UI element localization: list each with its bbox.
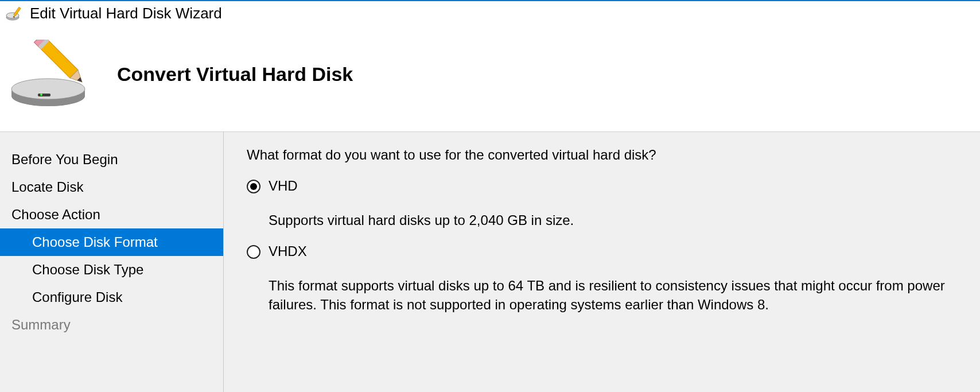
option-label: VHD xyxy=(269,178,957,194)
wizard-main-panel: What format do you want to use for the c… xyxy=(224,132,980,392)
wizard-steps-sidebar: Before You BeginLocate DiskChoose Action… xyxy=(0,132,224,392)
disk-pencil-icon xyxy=(8,40,94,108)
svg-point-7 xyxy=(40,94,42,96)
wizard-body: Before You BeginLocate DiskChoose Action… xyxy=(0,131,980,392)
radio-vhd[interactable] xyxy=(247,180,260,193)
wizard-step-label: Before You Begin xyxy=(11,152,118,167)
wizard-step-locate-disk[interactable]: Locate Disk xyxy=(0,173,223,201)
wizard-step-label: Configure Disk xyxy=(32,289,122,305)
svg-rect-6 xyxy=(38,94,50,96)
wizard-step-label: Choose Disk Format xyxy=(32,234,158,250)
wizard-step-choose-disk-type[interactable]: Choose Disk Type xyxy=(0,256,223,284)
wizard-step-choose-disk-format[interactable]: Choose Disk Format xyxy=(0,228,223,256)
option-label: VHDX xyxy=(269,243,957,259)
wizard-header: Convert Virtual Hard Disk xyxy=(0,28,980,131)
radio-vhdx[interactable] xyxy=(247,245,260,259)
option-description: Supports virtual hard disks up to 2,040 … xyxy=(269,211,951,230)
format-prompt: What format do you want to use for the c… xyxy=(247,147,957,163)
window-title: Edit Virtual Hard Disk Wizard xyxy=(30,5,222,22)
app-disk-edit-icon xyxy=(6,7,24,21)
wizard-step-label: Choose Disk Type xyxy=(32,262,143,277)
format-option-vhdx: VHDXThis format supports virtual disks u… xyxy=(247,243,957,314)
wizard-step-configure-disk[interactable]: Configure Disk xyxy=(0,284,223,311)
format-option-vhd: VHDSupports virtual hard disks up to 2,0… xyxy=(247,178,957,230)
title-bar: Edit Virtual Hard Disk Wizard xyxy=(0,1,980,28)
page-heading: Convert Virtual Hard Disk xyxy=(117,63,353,86)
wizard-step-choose-action[interactable]: Choose Action xyxy=(0,201,223,228)
wizard-step-label: Choose Action xyxy=(11,207,100,222)
wizard-step-label: Summary xyxy=(11,317,71,332)
wizard-step-before-you-begin[interactable]: Before You Begin xyxy=(0,146,223,173)
wizard-step-summary: Summary xyxy=(0,311,223,339)
option-description: This format supports virtual disks up to… xyxy=(269,277,951,314)
wizard-step-label: Locate Disk xyxy=(11,179,83,195)
